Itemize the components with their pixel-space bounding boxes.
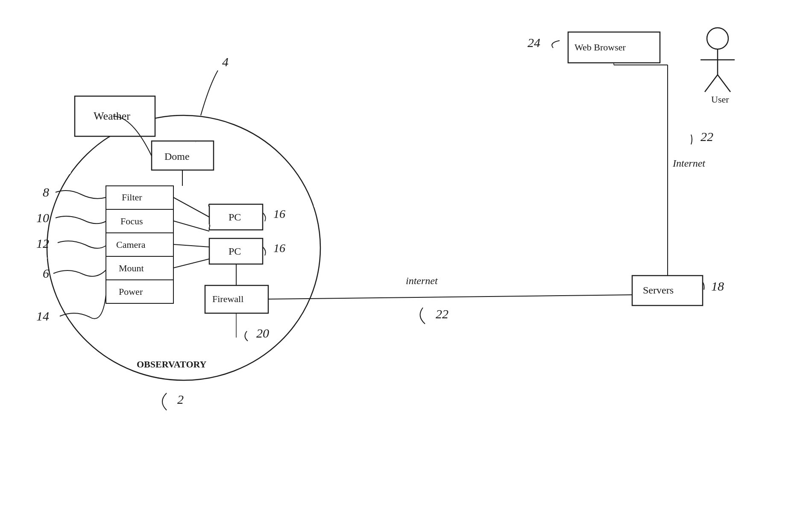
internet-line-label: internet bbox=[406, 275, 438, 286]
label-2: 2 bbox=[177, 392, 184, 406]
arrow-4 bbox=[201, 70, 218, 115]
mount-label: Mount bbox=[119, 263, 144, 273]
label-22a: 22 bbox=[701, 129, 713, 144]
arrow-2 bbox=[162, 393, 167, 410]
arrow-6 bbox=[53, 270, 106, 276]
arrow-14 bbox=[60, 295, 106, 319]
internet-line bbox=[268, 295, 632, 299]
arrow-20 bbox=[245, 331, 248, 341]
label-10: 10 bbox=[36, 211, 49, 225]
label-6: 6 bbox=[43, 266, 49, 280]
firewall-label: Firewall bbox=[212, 294, 243, 304]
servers-label: Servers bbox=[643, 285, 674, 296]
label-24: 24 bbox=[528, 35, 540, 50]
camera-label: Camera bbox=[116, 239, 146, 250]
pc1-label: PC bbox=[229, 211, 241, 223]
arrow-8 bbox=[56, 191, 106, 199]
label-20: 20 bbox=[256, 326, 269, 340]
filter-to-pc1 bbox=[173, 197, 209, 217]
user-head bbox=[707, 28, 728, 49]
observatory-label: OBSERVATORY bbox=[137, 359, 207, 370]
diagram: OBSERVATORY 2 4 Weather Dome Filter Focu… bbox=[0, 0, 812, 514]
arrow-22b bbox=[420, 308, 425, 324]
power-label: Power bbox=[119, 286, 143, 297]
user-label: User bbox=[711, 94, 729, 105]
label-16b: 16 bbox=[273, 241, 285, 255]
web-browser-label: Web Browser bbox=[575, 42, 626, 53]
arrow-22a bbox=[691, 135, 692, 144]
internet-vertical-label: Internet bbox=[672, 158, 706, 169]
label-4: 4 bbox=[222, 55, 229, 69]
label-18: 18 bbox=[711, 279, 724, 293]
label-14: 14 bbox=[36, 309, 49, 323]
camera-to-pc2 bbox=[173, 244, 209, 247]
label-16a: 16 bbox=[273, 207, 285, 220]
label-12: 12 bbox=[36, 236, 49, 250]
arrow-24 bbox=[552, 41, 560, 48]
pc2-label: PC bbox=[229, 246, 241, 257]
dome-label: Dome bbox=[164, 151, 190, 162]
mount-to-pc2 bbox=[173, 259, 209, 268]
focus-label: Focus bbox=[120, 216, 143, 226]
filter-label: Filter bbox=[122, 192, 142, 203]
focus-to-pc1 bbox=[173, 221, 209, 231]
user-right-leg bbox=[718, 75, 730, 92]
label-8: 8 bbox=[43, 185, 49, 199]
arrow-12 bbox=[58, 241, 106, 248]
user-left-leg bbox=[705, 75, 718, 92]
arrow-10 bbox=[56, 216, 106, 223]
label-22b: 22 bbox=[436, 307, 449, 321]
